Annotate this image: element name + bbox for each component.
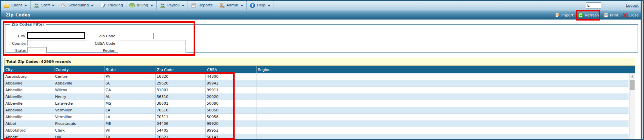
print-button[interactable]: Print [603, 13, 618, 18]
logout-link[interactable]: Logout [626, 3, 639, 8]
table-row[interactable]: AbbevilleVermilionLA7051150058 [4, 114, 629, 120]
scroll-up-button[interactable] [630, 74, 635, 78]
tracking-icon [100, 3, 106, 8]
cell-city: Abbot [4, 120, 54, 127]
billing-icon [129, 3, 135, 8]
zip-code-input[interactable] [118, 33, 154, 39]
table-row[interactable]: AbbottHillTX7662150147 [4, 134, 629, 140]
state-label: State: [5, 48, 26, 53]
cell-cbsa: 99952 [206, 127, 256, 134]
cell-state: WI [105, 127, 156, 134]
cell-region [256, 94, 629, 100]
table-row[interactable]: AaronsburgCentrePA1682044300 [4, 73, 629, 80]
nav-item-admin[interactable]: Admin [216, 1, 246, 10]
total-records-bar: Total Zip Codes: 42909 records [4, 58, 635, 66]
column-header-cbsa[interactable]: CBSA [206, 66, 256, 73]
table-row[interactable]: AbbotsfordClarkWI5440599952 [4, 127, 629, 134]
table-row[interactable]: AbbevilleHenryAL3631020020 [4, 94, 629, 100]
grid-header-row: CityCountyStateZip CodeCBSARegion [4, 66, 635, 73]
refresh-icon [578, 12, 583, 18]
close-button[interactable]: Close [623, 13, 639, 18]
page-title-bar: Zip Codes ImportRefreshPrintClose [1, 10, 641, 20]
table-row[interactable]: AbbevilleLafayetteMS3860150080 [4, 100, 629, 107]
state-input[interactable] [27, 47, 47, 53]
column-header-county[interactable]: County [54, 66, 105, 73]
cell-cbsa: 50058 [206, 107, 256, 113]
city-input[interactable] [27, 32, 85, 39]
left-edge-strip [1, 20, 3, 140]
scrollbar-thumb[interactable] [630, 80, 635, 90]
cell-state: MS [105, 100, 156, 107]
chevron-down-icon [91, 4, 94, 6]
nav-item-reports[interactable]: Reports [188, 1, 215, 10]
cell-region [256, 114, 629, 120]
nav-item-staff[interactable]: Staff [31, 1, 58, 10]
nav-item-client[interactable]: Client [1, 1, 30, 10]
nav-item-billing[interactable]: Billing [126, 1, 156, 10]
application-window: ClientStaffSchedulingTrackingBillingPayr… [0, 0, 644, 140]
import-button[interactable]: Import [555, 13, 574, 18]
table-row[interactable]: AbbevilleAbbevilleSC2962099942 [4, 80, 629, 87]
cell-county: Abbeville [54, 80, 105, 86]
close-icon [623, 13, 627, 18]
nav-item-label: Tracking [108, 3, 123, 7]
page-title: Zip Codes [6, 12, 31, 18]
nav-item-help[interactable]: ?Help [247, 1, 274, 10]
table-row[interactable]: AbbevilleWilcoxGA3100199911 [4, 87, 629, 94]
nav-item-payroll[interactable]: Payroll [157, 1, 188, 10]
clock-icon [61, 3, 66, 8]
cell-city: Abbeville [4, 107, 54, 113]
cell-cbsa: 50147 [206, 134, 256, 140]
cell-state: PA [105, 73, 156, 80]
cell-cbsa: 99920 [206, 120, 256, 127]
cell-state: LA [105, 114, 156, 120]
cell-county: Clark [54, 127, 105, 134]
nav-right-controls: E- Logout [586, 1, 639, 10]
table-row[interactable]: AbbevilleVermilionLA7051050058 [4, 107, 629, 114]
filter-legend: Zip Codes Filter [10, 22, 46, 27]
table-row[interactable]: AbbotPiscataquisME0440699920 [4, 120, 629, 127]
cell-city: Abbeville [4, 87, 54, 93]
payroll-icon [160, 3, 165, 8]
cell-zip-code: 70510 [156, 107, 206, 113]
cell-cbsa: 50058 [206, 114, 256, 120]
nav-item-tracking[interactable]: Tracking [97, 1, 126, 10]
vertical-scrollbar[interactable] [629, 73, 635, 140]
zip-code-label: Zip Code: [81, 34, 117, 38]
cell-city: Abbotsford [4, 127, 54, 134]
chevron-down-icon [52, 4, 55, 6]
cell-state: AL [105, 94, 156, 100]
cell-city: Abbeville [4, 80, 54, 86]
nav-separator [274, 1, 274, 10]
county-input[interactable] [27, 40, 87, 46]
region-select[interactable] [118, 47, 186, 53]
cell-city: Abbeville [4, 114, 54, 120]
cell-county: Vermilion [54, 107, 105, 113]
refresh-button[interactable]: Refresh [578, 12, 599, 18]
nav-menu: ClientStaffSchedulingTrackingBillingPayr… [1, 1, 274, 10]
cell-cbsa: 44300 [206, 73, 256, 80]
column-header-zip-code[interactable]: Zip Code [156, 66, 206, 73]
cell-region [256, 134, 629, 140]
cell-zip-code: 38601 [156, 100, 206, 107]
user-context-value: E- [587, 3, 591, 8]
folder-icon [4, 3, 9, 8]
cell-state: GA [105, 87, 156, 93]
cell-zip-code: 54405 [156, 127, 206, 134]
cell-zip-code: 16820 [156, 73, 206, 80]
cbsa-code-input[interactable] [118, 40, 186, 46]
button-label: Print [610, 13, 618, 18]
nav-item-label: Payroll [167, 3, 180, 7]
user-context-dropdown[interactable]: E- [586, 2, 601, 9]
nav-item-label: Admin [227, 3, 238, 7]
cell-region [256, 120, 629, 127]
chevron-down-icon [268, 4, 271, 6]
column-header-region[interactable]: Region [256, 66, 635, 73]
cell-region [256, 100, 629, 107]
nav-item-scheduling[interactable]: Scheduling [58, 1, 97, 10]
column-header-state[interactable]: State [105, 66, 156, 73]
cell-region [256, 107, 629, 113]
cell-city: Abbott [4, 134, 54, 140]
reports-icon [191, 3, 196, 8]
column-header-city[interactable]: City [4, 66, 54, 73]
